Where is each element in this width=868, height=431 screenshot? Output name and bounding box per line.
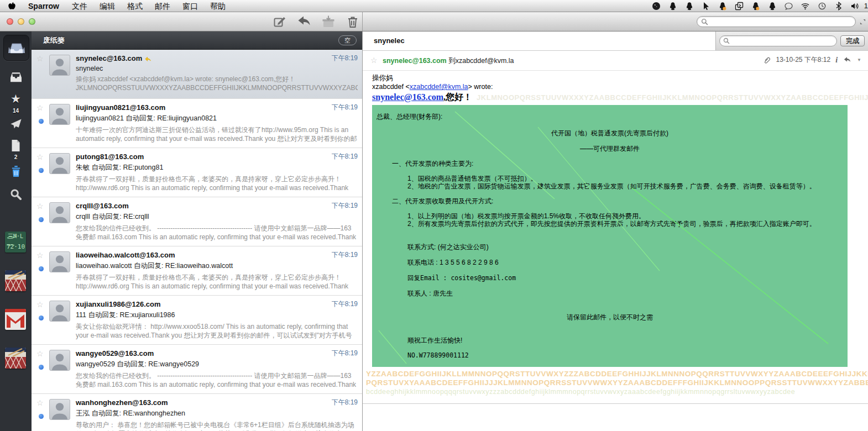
to-label: 到 <box>448 57 456 65</box>
from-address[interactable]: snynelec@163.com <box>383 57 447 65</box>
message-search-input[interactable] <box>732 36 833 45</box>
account-avatar-gmail[interactable] <box>5 309 26 330</box>
account-avatar-drum[interactable] <box>5 270 26 291</box>
archive-button[interactable] <box>321 14 336 30</box>
email-subject: snynelec <box>76 65 358 72</box>
star-icon[interactable]: ☆ <box>36 103 44 112</box>
email-subject: liaoweihao.walcott 自动回复: RE:liaoweihao.w… <box>76 261 358 271</box>
list-item[interactable]: ☆ wangye0529@163.com 下午8:19 wangye0529 自… <box>32 345 362 394</box>
email-preview: 开春就得了一双好鞋，质量好价格也不高，老婆买的，真是持家呀，穿上它必定步步高升！… <box>76 175 358 192</box>
body-line-2: xzabcddef <xzabcddef@kvm.la> wrote: <box>372 82 868 91</box>
list-item[interactable]: ☆ crqlll@163.com 下午8:19 crqlll 自动回复: RE:… <box>32 197 362 246</box>
menu-mail[interactable]: 邮件 <box>149 0 176 12</box>
star-icon[interactable]: ☆ <box>36 349 44 358</box>
sidebar-item-unified-inbox[interactable] <box>3 35 29 61</box>
email-time: 下午8:19 <box>332 299 358 309</box>
unread-dot <box>39 119 44 124</box>
accounts-rail: ★ 14 2 72·10 三M·L <box>0 31 32 431</box>
menu-edit[interactable]: 编辑 <box>93 0 121 12</box>
close-button[interactable] <box>7 18 13 25</box>
trash-active-icon <box>11 165 22 177</box>
person-silhouette-icon <box>50 154 70 174</box>
list-item[interactable]: ☆ liujingyuan0821@163.com 下午8:19 liujing… <box>32 99 362 148</box>
list-item[interactable]: ☆ snynelec@163.com 下午8:19 snynelec 操你妈 x… <box>32 50 362 99</box>
account-avatar-chalkboard[interactable]: 72·10 三M·L <box>5 232 26 253</box>
info-icon[interactable]: i <box>835 56 838 65</box>
message-search-field[interactable] <box>719 35 837 46</box>
sidebar-item-inbox[interactable] <box>0 71 32 82</box>
apple-menu-icon[interactable] <box>8 2 16 10</box>
empty-trash-button[interactable]: 空 <box>338 35 357 45</box>
notice-contact-person: 联系人 : 唐先生 <box>377 290 843 297</box>
avatar <box>49 104 70 125</box>
obfuscated-text-line: PQRSTUVXYAAABCDEEFFGHIIJJJKLMMNNOPQRRSST… <box>366 379 868 387</box>
star-icon[interactable]: ☆ <box>36 251 44 260</box>
done-button[interactable]: 完成 <box>840 35 865 46</box>
global-search-input[interactable] <box>710 17 851 26</box>
star-icon[interactable]: ☆ <box>36 153 44 161</box>
compose-button[interactable] <box>272 14 287 30</box>
qq-icon[interactable] <box>683 0 696 12</box>
recipient-email-link[interactable]: snynelec@163.com <box>372 92 443 102</box>
volume-icon[interactable] <box>849 0 862 12</box>
notice-section1-item2: 2、地税的广告业发票，国际货物运输发票，建筑业发票，其它服务业发票（如可开技术服… <box>377 182 843 190</box>
menu-help[interactable]: 帮助 <box>204 0 232 12</box>
to-address[interactable]: xzabcddef@kvm.la <box>456 57 514 65</box>
reply-icon[interactable] <box>843 56 852 64</box>
avatar <box>49 55 70 76</box>
notice-title: 代开国（地）税普通发票(先寄票后付款) <box>377 129 843 137</box>
minimize-button[interactable] <box>18 18 24 25</box>
avatar <box>49 251 70 272</box>
email-subject: crqlll 自动回复: RE:crqlll <box>76 212 358 222</box>
zoom-button[interactable] <box>29 18 35 25</box>
sidebar-item-search[interactable] <box>0 188 32 200</box>
star-icon[interactable]: ☆ <box>36 300 44 309</box>
global-search-field[interactable] <box>697 16 856 27</box>
list-item[interactable]: ☆ liaoweihao.walcott@163.com 下午8:19 liao… <box>32 246 362 296</box>
person-silhouette-icon <box>50 203 70 223</box>
replied-icon <box>145 55 151 62</box>
sidebar-item-drafts[interactable] <box>0 140 32 151</box>
notice-keep-line: 请保留此邮件，以便不时之需 <box>377 313 843 321</box>
fullscreen-icon[interactable] <box>860 19 866 25</box>
list-item[interactable]: ☆ xujianxuli1986@126.com 下午8:19 111 自动回复… <box>32 296 362 345</box>
email-subject: 朱敏 自动回复: RE:putong81 <box>76 163 358 172</box>
avatar <box>49 399 70 420</box>
star-icon[interactable]: ☆ <box>36 202 44 211</box>
menu-file[interactable]: 文件 <box>66 0 93 12</box>
star-icon[interactable]: ☆ <box>36 54 44 63</box>
menu-sparrow[interactable]: Sparrow <box>22 0 66 12</box>
trash-button[interactable] <box>345 14 360 30</box>
cursor-icon[interactable] <box>699 0 713 12</box>
email-sender: wanhonghezhen@163.com <box>76 398 168 407</box>
unified-inbox-icon <box>8 41 25 55</box>
chevron-down-icon[interactable]: ▼ <box>857 57 861 62</box>
wifi-icon[interactable] <box>799 0 812 12</box>
reply-button[interactable] <box>296 14 312 30</box>
list-item[interactable]: ☆ putong81@163.com 下午8:19 朱敏 自动回复: RE:pu… <box>32 148 362 197</box>
qq-icon[interactable] <box>766 0 779 12</box>
sidebar-item-trash[interactable] <box>0 165 32 177</box>
chat-icon[interactable] <box>782 0 796 12</box>
menu-window[interactable]: 窗口 <box>176 0 204 12</box>
email-subject: 111 自动回复: RE:xujianxuli1986 <box>76 311 358 320</box>
sender-email-link[interactable]: xzabcddef@kvm.la <box>410 83 468 91</box>
qq-badge-icon[interactable] <box>716 0 729 12</box>
sidebar-item-starred[interactable]: ★ <box>0 93 32 104</box>
email-list: ☆ snynelec@163.com 下午8:19 snynelec 操你妈 x… <box>32 50 362 431</box>
list-item[interactable]: ☆ wanhonghezhen@163.com 下午8:19 王泓 自动回复: … <box>32 394 362 431</box>
account-avatar-drum-2[interactable] <box>5 348 26 369</box>
bluetooth-icon[interactable] <box>832 0 845 12</box>
clock-icon[interactable] <box>815 0 829 12</box>
qq-badge-icon[interactable] <box>749 0 762 12</box>
star-icon[interactable]: ☆ <box>370 56 378 65</box>
email-time: 下午8:19 <box>332 398 358 407</box>
sidebar-item-sent[interactable] <box>0 119 32 129</box>
ball-icon[interactable] <box>650 0 663 12</box>
avatar <box>49 153 70 174</box>
star-icon[interactable]: ☆ <box>36 398 44 407</box>
person-silhouette-icon <box>50 301 70 321</box>
qq-icon[interactable] <box>666 0 679 12</box>
menu-format[interactable]: 格式 <box>121 0 149 12</box>
switch-icon[interactable] <box>733 0 746 12</box>
